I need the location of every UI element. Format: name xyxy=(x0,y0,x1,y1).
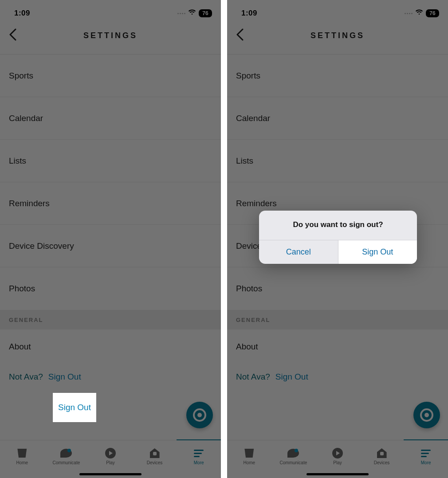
cancel-button[interactable]: Cancel xyxy=(259,240,338,264)
signout-modal: Do you want to sign out? Cancel Sign Out xyxy=(259,211,417,264)
screenshot-left: 1:09 76 SETTINGS Sports Calendar Lists R… xyxy=(0,0,221,478)
modal-title: Do you want to sign out? xyxy=(259,211,417,240)
screenshot-right: 1:09 76 SETTINGS Sports Calendar Lists R… xyxy=(227,0,448,478)
tutorial-overlay xyxy=(0,0,221,478)
highlight-signout-link[interactable]: Sign Out xyxy=(53,393,96,422)
signout-confirm-button[interactable]: Sign Out xyxy=(338,240,417,264)
modal-buttons: Cancel Sign Out xyxy=(259,240,417,264)
